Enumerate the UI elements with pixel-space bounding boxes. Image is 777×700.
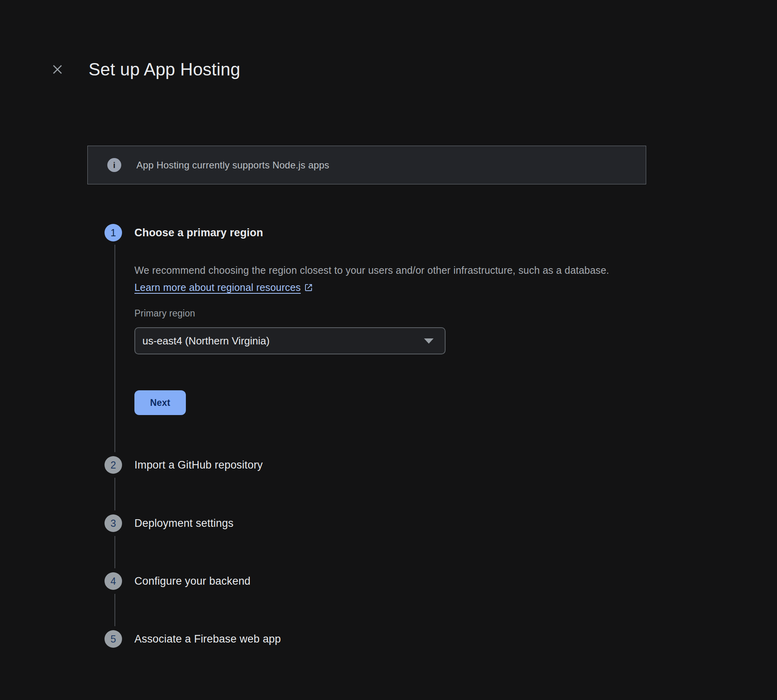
info-icon: i [107,158,121,172]
step-1-label: Choose a primary region [134,224,263,241]
step-1-indicator: 1 [105,224,122,241]
step-5-indicator: 5 [105,630,122,648]
page-title: Set up App Hosting [89,58,240,81]
close-button[interactable] [50,62,65,77]
info-banner-text: App Hosting currently supports Node.js a… [136,160,329,171]
close-icon [51,63,63,75]
step-connector [114,536,115,568]
step-2-indicator: 2 [105,456,122,474]
step-4-indicator: 4 [105,572,122,590]
next-button[interactable]: Next [134,390,186,415]
step-3-indicator: 3 [105,514,122,532]
step-2-label: Import a GitHub repository [134,456,263,474]
step-connector [114,245,115,452]
chevron-down-icon [424,338,434,344]
step-connector [114,594,115,626]
external-link-icon [304,280,313,297]
primary-region-value: us-east4 (Northern Virginia) [142,335,424,347]
info-banner: i App Hosting currently supports Node.js… [87,146,646,184]
step-3-label: Deployment settings [134,514,233,532]
learn-more-link[interactable]: Learn more about regional resources [134,282,301,293]
learn-more-link-label: Learn more about regional resources [134,282,301,293]
primary-region-label: Primary region [134,308,195,319]
step-5-label: Associate a Firebase web app [134,630,281,648]
primary-region-select[interactable]: us-east4 (Northern Virginia) [134,327,446,354]
step-connector [114,478,115,510]
description-text: We recommend choosing the region closest… [134,265,609,276]
step-4-label: Configure your backend [134,572,250,590]
step-1-description: We recommend choosing the region closest… [134,262,615,297]
